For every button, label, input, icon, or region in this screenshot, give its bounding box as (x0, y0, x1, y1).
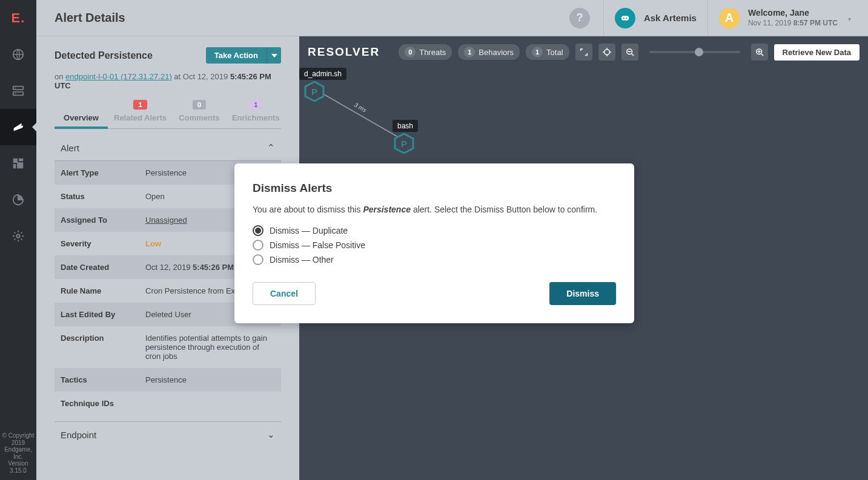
node-label-1: d_admin.sh (299, 68, 346, 80)
resolver-toolbar: RESOLVER 0Threats 1Behaviors 1Total Retr… (299, 36, 868, 68)
tab-related-alerts[interactable]: 1 Related Alerts (108, 97, 173, 128)
avatar: A (719, 8, 740, 28)
take-action-caret[interactable] (267, 47, 281, 64)
artemis-icon (615, 8, 635, 28)
svg-rect-5 (13, 159, 18, 163)
user-menu[interactable]: A Welcome, Jane Nov 11, 2019 8:57 PM UTC… (708, 0, 857, 36)
svg-point-4 (15, 93, 16, 94)
resolver-title: RESOLVER (308, 45, 380, 59)
svg-point-13 (604, 50, 609, 55)
alert-section-header[interactable]: Alert ⌃ (55, 135, 281, 161)
svg-rect-2 (13, 92, 24, 96)
header: Alert Details ? Ask Artemis A Welcome, J… (36, 0, 868, 36)
svg-rect-6 (19, 159, 23, 162)
welcome-text: Welcome, Jane (748, 8, 838, 18)
tab-overview[interactable]: Overview (55, 97, 108, 128)
ask-artemis-button[interactable]: Ask Artemis (604, 0, 707, 36)
endpoint-section-header[interactable]: Endpoint ⌄ (55, 421, 281, 447)
pill-behaviors[interactable]: 1Behaviors (458, 44, 520, 60)
tab-enrichments[interactable]: 1 Enrichments (226, 97, 286, 128)
locate-icon[interactable] (598, 44, 615, 61)
zoom-in-icon[interactable] (751, 44, 768, 61)
svg-rect-1 (13, 87, 24, 90)
nav-item-alerts[interactable] (0, 109, 36, 145)
take-action-group: Take Action (206, 47, 281, 64)
radio-duplicate[interactable]: Dismiss — Duplicate (253, 225, 616, 236)
retrieve-data-button[interactable]: Retrieve New Data (774, 44, 860, 61)
dismiss-button[interactable]: Dismiss (549, 282, 616, 305)
cancel-button[interactable]: Cancel (253, 282, 316, 305)
pill-total[interactable]: 1Total (526, 44, 569, 60)
take-action-button[interactable]: Take Action (206, 47, 267, 64)
header-timestamp: Nov 11, 2019 8:57 PM UTC (748, 19, 838, 27)
ask-artemis-label: Ask Artemis (644, 13, 697, 23)
chevron-down-icon: ▾ (848, 16, 851, 22)
dismiss-alerts-modal: Dismiss Alerts You are about to dismiss … (234, 163, 634, 323)
side-nav: E. © Copyright 2019 Endgame, Inc. Versio… (0, 0, 36, 480)
svg-point-9 (16, 234, 20, 238)
radio-false-positive[interactable]: Dismiss — False Positive (253, 240, 616, 251)
graph-node-2[interactable]: P (394, 133, 414, 154)
svg-rect-10 (621, 16, 629, 21)
chevron-up-icon: ⌃ (267, 142, 275, 153)
zoom-slider[interactable] (649, 51, 740, 53)
nav-item-dashboards[interactable] (0, 145, 36, 182)
help-icon[interactable]: ? (569, 8, 590, 28)
nav-item-endpoints[interactable] (0, 73, 36, 109)
row-tactics: TacticsPersistence (55, 368, 281, 392)
tab-comments[interactable]: 0 Comments (173, 97, 226, 128)
svg-point-3 (15, 88, 16, 89)
modal-text: You are about to dismiss this Persistenc… (253, 205, 616, 214)
endpoint-link[interactable]: endpoint-l-0-01 (172.31.27.21) (65, 72, 172, 81)
alert-subtitle: Detected Persistence (55, 50, 153, 61)
svg-point-12 (626, 17, 627, 18)
fullscreen-icon[interactable] (575, 44, 592, 61)
chevron-down-icon: ⌄ (267, 429, 275, 440)
alert-context-line: on endpoint-l-0-01 (172.31.27.21) at Oct… (55, 72, 281, 90)
nav-item-overview[interactable] (0, 36, 36, 73)
page-title: Alert Details (55, 11, 125, 25)
graph-node-1[interactable]: P (304, 81, 325, 102)
node-label-2: bash (393, 120, 418, 132)
nav-footer: © Copyright 2019 Endgame, Inc. Version 3… (0, 427, 36, 480)
nav-item-settings[interactable] (0, 218, 36, 254)
nav-item-analytics[interactable] (0, 182, 36, 218)
row-technique: Technique IDs (55, 392, 281, 415)
nav-logo[interactable]: E. (0, 0, 36, 36)
svg-rect-8 (17, 162, 23, 168)
detail-tabs: Overview 1 Related Alerts 0 Comments 1 E… (55, 97, 281, 129)
zoom-out-icon[interactable] (621, 44, 638, 61)
radio-other[interactable]: Dismiss — Other (253, 254, 616, 265)
pill-threats[interactable]: 0Threats (399, 44, 452, 60)
svg-rect-7 (13, 164, 16, 168)
row-description: DescriptionIdentifies potential attempts… (55, 326, 281, 368)
svg-point-11 (623, 17, 624, 18)
modal-title: Dismiss Alerts (253, 182, 616, 195)
assigned-link[interactable]: Unassigned (145, 215, 187, 225)
